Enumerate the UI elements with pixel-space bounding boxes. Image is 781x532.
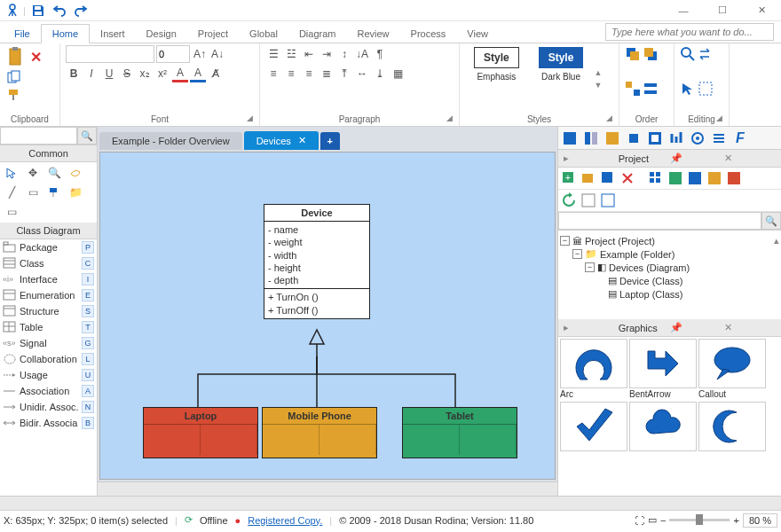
view-color4-icon[interactable] <box>725 169 743 187</box>
palette-enumeration[interactable]: EnumerationE <box>0 287 97 303</box>
palette-collaboration[interactable]: CollaborationL <box>0 351 97 367</box>
align-left-icon[interactable]: ≡ <box>265 65 281 82</box>
tree-scroll-up[interactable]: ▴ <box>774 235 779 246</box>
group-icon[interactable] <box>625 80 641 98</box>
valign-top-icon[interactable]: ⤒ <box>336 65 352 82</box>
view-color2-icon[interactable] <box>686 169 704 187</box>
shape-callout[interactable]: Callout <box>698 339 766 400</box>
close-pane-icon-2[interactable]: ✕ <box>724 322 776 333</box>
tree-laptop[interactable]: Laptop (Class) <box>619 289 683 300</box>
send-back-icon[interactable] <box>643 45 659 63</box>
rect-tool-icon[interactable]: ▭ <box>23 184 43 201</box>
rt-icon-5[interactable] <box>645 129 665 148</box>
refresh-status-icon[interactable]: ⟳ <box>185 514 193 526</box>
collapse-icon[interactable] <box>599 192 617 209</box>
palette-table[interactable]: TableT <box>0 319 97 335</box>
increase-indent-icon[interactable]: ⇥ <box>319 45 335 63</box>
select-icon[interactable] <box>680 80 696 98</box>
pin-icon[interactable]: 📌 <box>670 153 722 164</box>
view-color1-icon[interactable] <box>667 169 684 187</box>
twister-3[interactable]: − <box>585 262 595 272</box>
class-diagram-header[interactable]: Class Diagram <box>0 223 97 239</box>
menu-process[interactable]: Process <box>400 25 457 43</box>
rt-icon-4[interactable] <box>624 129 643 148</box>
palette-unidir-assoc[interactable]: Unidir. Assoc.N <box>0 399 97 415</box>
zoom-page-icon[interactable]: ▭ <box>648 514 657 526</box>
add-tab-button[interactable]: + <box>320 132 340 150</box>
expand-icon[interactable] <box>580 192 597 209</box>
shape-check[interactable] <box>560 402 627 451</box>
replace-icon[interactable] <box>698 45 714 63</box>
valign-bot-icon[interactable]: ⤓ <box>372 65 388 82</box>
bottom-scroll-strip[interactable] <box>0 496 781 510</box>
show-marks-icon[interactable]: ¶ <box>372 45 388 63</box>
shape-crescent[interactable] <box>698 402 766 451</box>
menu-review[interactable]: Review <box>346 25 399 43</box>
lasso-tool-icon[interactable] <box>66 164 85 182</box>
uml-mobile[interactable]: Mobile Phone <box>262 407 377 458</box>
cut-icon[interactable]: ✕ <box>28 45 43 68</box>
rt-icon-8[interactable] <box>709 129 729 148</box>
editing-dialog-launcher[interactable]: ◢ <box>716 113 727 124</box>
graphics-pane-header[interactable]: ▸ Graphics 📌 ✕ <box>558 319 781 337</box>
search-icon[interactable]: 🔍 <box>77 127 97 145</box>
paste-icon[interactable] <box>5 45 27 68</box>
copy-icon[interactable] <box>5 68 23 86</box>
menu-global[interactable]: Global <box>239 25 288 43</box>
clear-format-button[interactable]: A̸ <box>208 65 224 82</box>
tell-me-input[interactable] <box>605 23 774 41</box>
rt-icon-6[interactable] <box>667 129 686 148</box>
shrink-font-icon[interactable]: A↓ <box>209 45 225 63</box>
format-painter-icon[interactable] <box>5 86 23 104</box>
font-name-input[interactable] <box>66 45 154 63</box>
bullets-icon[interactable]: ☰ <box>265 45 281 63</box>
valign-mid-icon[interactable]: ↔ <box>354 65 370 82</box>
strike-button[interactable]: S <box>119 65 135 82</box>
style-emphasis[interactable]: Style Emphasis <box>465 45 528 113</box>
rt-icon-1[interactable] <box>560 129 580 148</box>
line-spacing-icon[interactable]: ↕ <box>336 45 352 63</box>
zoom-tool-icon[interactable]: 🔍 <box>44 164 64 182</box>
rt-icon-7[interactable] <box>688 129 707 148</box>
save-icon[interactable] <box>29 2 47 20</box>
menu-diagram[interactable]: Diagram <box>288 25 347 43</box>
menu-insert[interactable]: Insert <box>90 25 136 43</box>
folder-tool-icon[interactable]: 📁 <box>66 184 85 201</box>
font-dialog-launcher[interactable]: ◢ <box>247 113 257 124</box>
canvas[interactable]: Device - name - weight - width - height … <box>99 152 556 480</box>
palette-association[interactable]: AssociationA <box>0 383 97 399</box>
status-registered[interactable]: Registered Copy. <box>248 515 322 526</box>
palette-interface[interactable]: «i»InterfaceI <box>0 271 97 287</box>
tree-devices[interactable]: Devices (Diagram) <box>609 262 690 273</box>
redo-icon[interactable] <box>72 2 90 20</box>
rt-icon-9[interactable]: F <box>730 129 750 148</box>
pin-icon-2[interactable]: 📌 <box>670 322 722 333</box>
zoom-out-icon[interactable]: − <box>660 515 666 526</box>
shape-arc[interactable]: Arc <box>560 339 627 400</box>
project-pane-header[interactable]: ▸ Project 📌 ✕ <box>558 150 781 168</box>
find-icon[interactable] <box>680 45 696 63</box>
uml-laptop[interactable]: Laptop <box>143 407 258 458</box>
shape-cloud[interactable] <box>629 402 697 451</box>
palette-package[interactable]: PackageP <box>0 239 97 255</box>
shape-bentarrow[interactable]: BentArrow <box>629 339 697 400</box>
undo-icon[interactable] <box>51 2 68 20</box>
font-color-button[interactable]: A <box>172 65 188 82</box>
delete-item-icon[interactable] <box>619 169 636 187</box>
tab-devices[interactable]: Devices✕ <box>244 131 319 150</box>
hscrollbar[interactable] <box>98 481 557 496</box>
styles-dialog-launcher[interactable]: ◢ <box>606 113 617 124</box>
underline-button[interactable]: U <box>101 65 117 82</box>
tree-project[interactable]: Project (Project) <box>585 236 655 246</box>
menu-home[interactable]: Home <box>41 24 90 43</box>
project-search-icon[interactable]: 🔍 <box>761 212 781 230</box>
uml-device[interactable]: Device - name - weight - width - height … <box>264 204 370 319</box>
paint-tool-icon[interactable] <box>44 184 64 201</box>
palette-usage[interactable]: UsageU <box>0 367 97 383</box>
menu-design[interactable]: Design <box>136 25 187 43</box>
style-scroll-up-icon[interactable]: ▲ <box>594 68 602 77</box>
paragraph-dialog-launcher[interactable]: ◢ <box>446 113 457 124</box>
twister-1[interactable]: − <box>560 236 570 246</box>
bring-front-icon[interactable] <box>625 45 641 63</box>
tree-device[interactable]: Device (Class) <box>619 276 683 286</box>
